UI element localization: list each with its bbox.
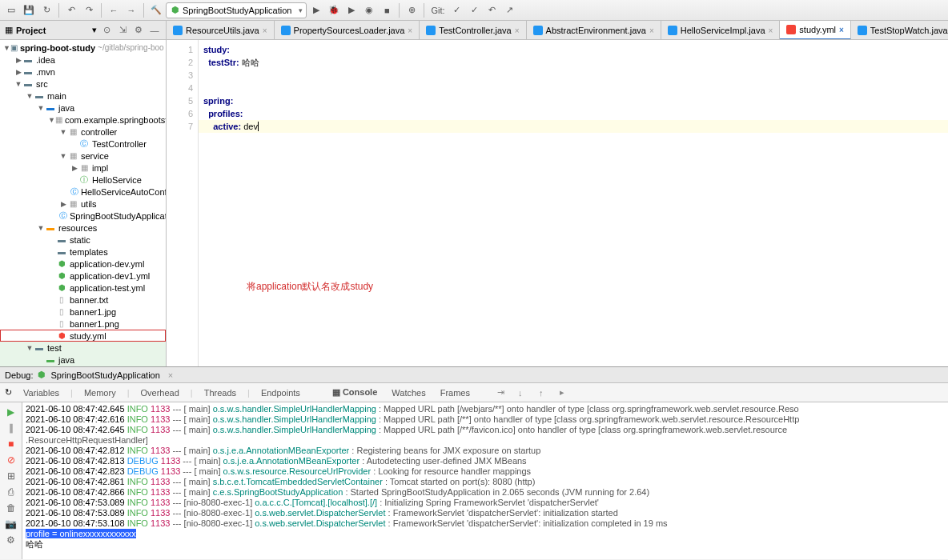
- tree-java[interactable]: ▼▬java: [0, 102, 166, 114]
- tab-memory[interactable]: Memory: [81, 386, 119, 399]
- debug-icon[interactable]: 🐞: [326, 2, 342, 18]
- annotation-text: 将application默认名改成study: [247, 280, 373, 293]
- tab-propertysources[interactable]: PropertySourcesLoader.java×: [275, 21, 420, 40]
- refresh-icon[interactable]: ↻: [38, 2, 54, 18]
- print-icon[interactable]: ⎙: [5, 486, 18, 498]
- settings-icon[interactable]: ⚙: [132, 24, 145, 37]
- save-icon[interactable]: 💾: [21, 2, 37, 18]
- tree-templates[interactable]: ▬templates: [0, 246, 166, 258]
- tree-idea[interactable]: ▶▬.idea: [0, 54, 166, 66]
- git-commit-icon[interactable]: ✓: [467, 2, 483, 18]
- forward-icon[interactable]: →: [123, 2, 139, 18]
- tree-appclass[interactable]: ⒸSpringBootStudyApplicatic: [0, 210, 166, 222]
- tab-studyyml[interactable]: study.yml×: [780, 21, 850, 40]
- debug-toolbar: ↻ Variables| Memory| Overhead| Threads| …: [0, 383, 948, 402]
- debug-label: Debug:: [5, 370, 33, 380]
- tab-overhead[interactable]: Overhead: [138, 386, 183, 399]
- camera-icon[interactable]: 📷: [5, 518, 18, 530]
- debug-header: Debug: ⬢ SpringBootStudyApplication ×: [0, 367, 948, 383]
- tab-endpoints[interactable]: Endpoints: [258, 386, 303, 399]
- step-out-icon[interactable]: ↑: [539, 388, 552, 398]
- tree-pkg-main[interactable]: ▼▦com.example.springbootstud: [0, 114, 166, 126]
- tree-bannertxt[interactable]: ▯banner.txt: [0, 294, 166, 306]
- tab-frames[interactable]: Frames: [437, 386, 473, 399]
- undo-icon[interactable]: ↶: [63, 2, 79, 18]
- layout-icon[interactable]: ⊞: [5, 470, 18, 482]
- run-icon[interactable]: ▶: [308, 2, 324, 18]
- console-output[interactable]: 2021-06-10 08:47:42.645 INFO 1133 --- [ …: [22, 402, 948, 559]
- tree-mvn[interactable]: ▶▬.mvn: [0, 66, 166, 78]
- tab-threads[interactable]: Threads: [201, 386, 239, 399]
- git-history-icon[interactable]: ↶: [484, 2, 500, 18]
- collapse-icon[interactable]: ⇲: [116, 24, 129, 37]
- run-config-dropdown[interactable]: ⬢ SpringBootStudyApplication: [166, 2, 307, 18]
- project-tree[interactable]: ▼▣spring-boot-study ~/gitlab/spring-boo …: [0, 40, 166, 366]
- back-icon[interactable]: ←: [106, 2, 122, 18]
- tree-studyyml[interactable]: ⬢study.yml: [0, 330, 166, 342]
- main-toolbar: ▭ 💾 ↻ ↶ ↷ ← → 🔨 ⬢ SpringBootStudyApplica…: [0, 0, 948, 21]
- dropdown-icon[interactable]: ▾: [92, 25, 97, 35]
- tree-appdev1[interactable]: ⬢application-dev1.yml: [0, 270, 166, 282]
- project-title: Project: [16, 26, 89, 35]
- open-icon[interactable]: ▭: [3, 2, 19, 18]
- pause-icon[interactable]: ∥: [5, 422, 18, 434]
- tree-bannerjpg[interactable]: ▯banner1.jpg: [0, 306, 166, 318]
- code-content[interactable]: study: testStr: 哈哈 spring: profiles: act…: [199, 40, 948, 366]
- tab-variables[interactable]: Variables: [20, 386, 62, 399]
- locate-icon[interactable]: ⊙: [100, 24, 113, 37]
- project-panel-header: ▦ Project ▾ ⊙ ⇲ ⚙ —: [0, 21, 166, 40]
- tree-static[interactable]: ▬static: [0, 234, 166, 246]
- tab-console[interactable]: ▦ Console: [329, 386, 380, 399]
- attach-icon[interactable]: ⊕: [404, 2, 420, 18]
- tree-root[interactable]: ▼▣spring-boot-study ~/gitlab/spring-boo: [0, 42, 166, 54]
- step-into-icon[interactable]: ↓: [518, 388, 531, 398]
- tab-testcontroller[interactable]: TestController.java×: [420, 21, 526, 40]
- redo-icon[interactable]: ↷: [81, 2, 97, 18]
- tab-abstractenv[interactable]: AbstractEnvironment.java×: [527, 21, 661, 40]
- tree-controller[interactable]: ▼▦controller: [0, 126, 166, 138]
- run-config-label: SpringBootStudyApplication: [183, 6, 291, 15]
- project-panel: ▦ Project ▾ ⊙ ⇲ ⚙ — ▼▣spring-boot-study …: [0, 21, 167, 366]
- trash-icon[interactable]: 🗑: [5, 502, 18, 514]
- git-update-icon[interactable]: ✓: [449, 2, 465, 18]
- git-label: Git:: [431, 6, 444, 15]
- stop-icon[interactable]: ■: [5, 438, 18, 450]
- debug-panel: Debug: ⬢ SpringBootStudyApplication × ↻ …: [0, 366, 948, 559]
- tab-teststopwatch[interactable]: TestStopWatch.java×: [851, 21, 948, 40]
- stop-icon[interactable]: ■: [379, 2, 395, 18]
- tree-testcontroller[interactable]: ⒸTestController: [0, 138, 166, 150]
- code-editor[interactable]: 1234567 study: testStr: 哈哈 spring: profi…: [167, 40, 948, 366]
- tree-test[interactable]: ▼▬test: [0, 342, 166, 354]
- tree-bannerpng[interactable]: ▯banner1.png: [0, 318, 166, 330]
- resume-icon[interactable]: ▶: [5, 406, 18, 418]
- tree-helloservice[interactable]: ⒾHelloService: [0, 174, 166, 186]
- tab-resourceutils[interactable]: ResourceUtils.java×: [167, 21, 275, 40]
- tree-appdev[interactable]: ⬢application-dev.yml: [0, 258, 166, 270]
- tree-test-java[interactable]: ▬java: [0, 354, 166, 366]
- tree-apptest[interactable]: ⬢application-test.yml: [0, 282, 166, 294]
- tree-resources[interactable]: ▼▬resources: [0, 222, 166, 234]
- hide-icon[interactable]: —: [148, 24, 161, 37]
- profile-icon[interactable]: ◉: [361, 2, 377, 18]
- console-sidebar: ▶ ∥ ■ ⊘ ⊞ ⎙ 🗑 📷 ⚙: [0, 402, 22, 559]
- coverage-icon[interactable]: ▶: [343, 2, 360, 18]
- debug-close-icon[interactable]: ×: [168, 370, 173, 380]
- tab-watches[interactable]: Watches: [388, 386, 428, 399]
- tree-main[interactable]: ▼▬main: [0, 90, 166, 102]
- settings-icon[interactable]: ⚙: [5, 534, 18, 546]
- git-revert-icon[interactable]: ↗: [502, 2, 518, 18]
- tree-impl[interactable]: ▶▦impl: [0, 162, 166, 174]
- tree-src[interactable]: ▼▬src: [0, 78, 166, 90]
- run-to-cursor-icon[interactable]: ▸: [560, 387, 572, 398]
- step-over-icon[interactable]: ⇥: [497, 387, 510, 398]
- tree-pkg-test[interactable]: ▼▦com.example.springbootstud: [0, 366, 166, 366]
- debug-config: SpringBootStudyApplication: [50, 370, 159, 380]
- tab-helloimpl[interactable]: HelloServiceImpl.java×: [661, 21, 781, 40]
- tree-utils[interactable]: ▶▦utils: [0, 198, 166, 210]
- build-icon[interactable]: 🔨: [148, 2, 164, 18]
- editor-area: ResourceUtils.java× PropertySourcesLoade…: [167, 21, 948, 366]
- tree-service[interactable]: ▼▦service: [0, 150, 166, 162]
- rerun-icon[interactable]: ↻: [5, 387, 12, 398]
- mute-icon[interactable]: ⊘: [5, 454, 18, 466]
- tree-helloauto[interactable]: ⒸHelloServiceAutoConfig: [0, 186, 166, 198]
